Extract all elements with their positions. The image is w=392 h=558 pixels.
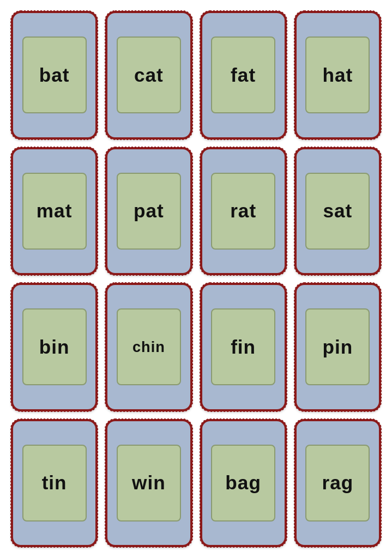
card-word: pin	[322, 336, 353, 358]
word-card[interactable]: pin	[294, 283, 381, 411]
word-card[interactable]: rag	[294, 419, 381, 548]
card-word: bin	[39, 336, 70, 358]
card-inner: rag	[305, 445, 370, 521]
card-inner: bag	[211, 445, 275, 521]
card-inner: mat	[22, 173, 87, 250]
card-inner: win	[117, 445, 181, 521]
word-card[interactable]: rat	[200, 147, 287, 276]
card-word: win	[132, 472, 166, 494]
word-card[interactable]: win	[105, 419, 192, 548]
card-inner: pat	[117, 173, 181, 250]
card-inner: cat	[117, 37, 181, 113]
word-card[interactable]: bin	[11, 283, 98, 411]
card-word: chin	[132, 338, 165, 356]
word-card[interactable]: fin	[200, 283, 287, 411]
word-card[interactable]: mat	[11, 147, 98, 276]
card-inner: rat	[211, 173, 275, 250]
card-inner: fat	[211, 37, 275, 113]
word-card[interactable]: hat	[294, 11, 381, 140]
card-inner: sat	[305, 173, 370, 250]
card-word: fat	[231, 64, 256, 86]
card-inner: hat	[305, 37, 370, 113]
card-word: fin	[231, 336, 256, 358]
word-card[interactable]: sat	[294, 147, 381, 276]
word-card[interactable]: pat	[105, 147, 192, 276]
card-word: sat	[323, 200, 352, 222]
card-inner: chin	[117, 308, 181, 385]
card-word: tin	[42, 472, 67, 494]
card-word: hat	[322, 64, 353, 86]
word-card[interactable]: cat	[105, 11, 192, 140]
word-card[interactable]: bat	[11, 11, 98, 140]
card-inner: pin	[305, 308, 370, 385]
card-word: mat	[37, 200, 73, 222]
word-card[interactable]: bag	[200, 419, 287, 548]
word-card[interactable]: chin	[105, 283, 192, 411]
card-word: rat	[230, 200, 256, 222]
card-word: rag	[322, 472, 353, 494]
card-word: pat	[134, 200, 164, 222]
card-inner: tin	[22, 445, 87, 521]
word-card[interactable]: tin	[11, 419, 98, 548]
card-inner: fin	[211, 308, 275, 385]
card-inner: bin	[22, 308, 87, 385]
word-card[interactable]: fat	[200, 11, 287, 140]
card-word: bat	[39, 64, 70, 86]
card-inner: bat	[22, 37, 87, 113]
card-word: bag	[225, 472, 261, 494]
card-word: cat	[134, 64, 164, 86]
card-grid: batcatfathatmatpatratsatbinchinfinpintin…	[0, 0, 392, 558]
